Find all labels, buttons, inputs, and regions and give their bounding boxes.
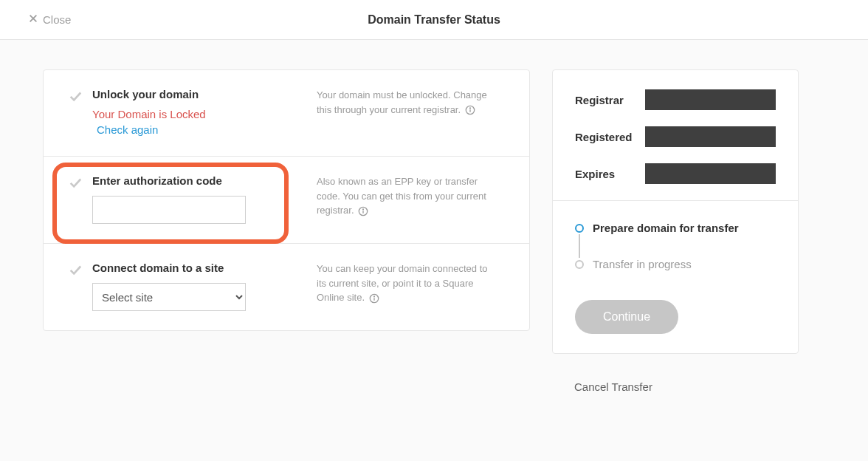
step-desc-text: You can keep your domain connected to it… [317, 263, 488, 303]
info-icon[interactable] [358, 206, 368, 216]
progress-step-inprogress: Transfer in progress [575, 258, 776, 270]
progress-circle-icon [575, 260, 584, 269]
site-select[interactable]: Select site [92, 283, 246, 311]
registered-value-redacted [645, 126, 776, 147]
progress-block: Prepare domain for transfer Transfer in … [553, 201, 798, 353]
locked-message: Your Domain is Locked [92, 108, 275, 120]
step-description: You can keep your domain connected to it… [317, 262, 492, 311]
info-row-expires: Expires [575, 163, 776, 184]
step-description: Your domain must be unlocked. Change thi… [317, 88, 492, 137]
svg-point-8 [373, 296, 374, 297]
info-icon[interactable] [465, 105, 475, 115]
info-row-registrar: Registrar [575, 89, 776, 110]
info-row-registered: Registered [575, 126, 776, 147]
step-desc-text: Also known as an EPP key or transfer cod… [317, 176, 486, 216]
topbar: Close Domain Transfer Status [0, 0, 868, 40]
expires-value-redacted [645, 163, 776, 184]
step-title: Unlock your domain [92, 88, 275, 100]
progress-connector [579, 234, 580, 258]
domain-info-block: Registrar Registered Expires [553, 70, 798, 201]
step-auth-code: Enter authorization code Also known as a… [44, 157, 529, 244]
cancel-transfer-link[interactable]: Cancel Transfer [574, 380, 799, 393]
continue-button[interactable]: Continue [575, 300, 678, 334]
step-description: Also known as an EPP key or transfer cod… [317, 174, 492, 224]
info-icon[interactable] [369, 293, 379, 304]
step-desc-text: Your domain must be unlocked. Change thi… [317, 89, 487, 115]
content-area: Unlock your domain Your Domain is Locked… [0, 40, 868, 393]
step-connect-site: Connect domain to a site Select site You… [44, 244, 529, 330]
registrar-value-redacted [645, 89, 776, 110]
svg-point-5 [363, 209, 364, 210]
close-button[interactable]: Close [28, 13, 71, 26]
registered-label: Registered [575, 131, 645, 143]
progress-label: Transfer in progress [593, 258, 692, 270]
check-icon [69, 176, 82, 189]
progress-circle-icon [575, 224, 584, 233]
svg-point-2 [469, 108, 470, 109]
auth-code-input[interactable] [92, 196, 246, 224]
progress-step-prepare: Prepare domain for transfer [575, 222, 776, 234]
check-again-link[interactable]: Check again [97, 123, 158, 136]
registrar-label: Registrar [575, 94, 645, 106]
step-title: Enter authorization code [92, 174, 275, 187]
progress-label: Prepare domain for transfer [593, 222, 739, 234]
sidebar-panel: Registrar Registered Expires Prepare dom… [552, 69, 799, 354]
close-icon [28, 13, 38, 26]
page-title: Domain Transfer Status [368, 13, 500, 27]
expires-label: Expires [575, 168, 645, 180]
step-unlock-domain: Unlock your domain Your Domain is Locked… [44, 70, 529, 157]
check-icon [69, 89, 82, 103]
steps-panel: Unlock your domain Your Domain is Locked… [43, 69, 530, 331]
check-icon [69, 263, 82, 276]
step-title: Connect domain to a site [92, 262, 275, 274]
close-label: Close [43, 13, 71, 26]
